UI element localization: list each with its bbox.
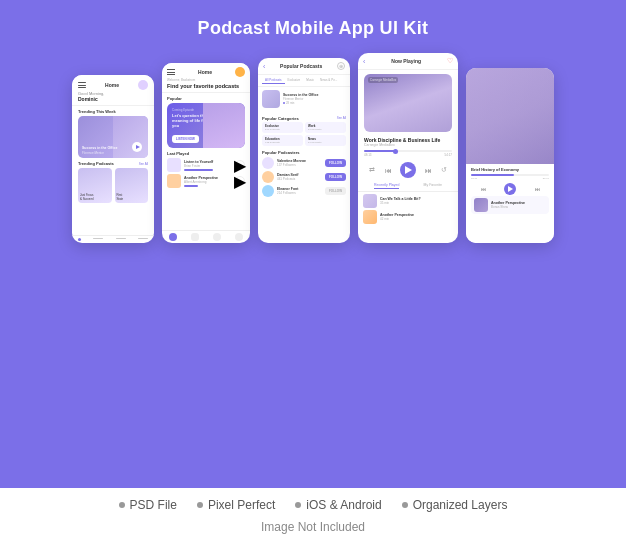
p4-cover: Carnegie MediaBox: [364, 74, 452, 132]
p4-tab-recently-played[interactable]: Recently Played: [374, 183, 399, 189]
p2-lp-info-1: Listen to Yourself Brian Foster: [184, 160, 232, 171]
p3-podcasters-label: Popular Podcasters: [262, 150, 346, 155]
p3-cat-exclusive[interactable]: Exclusive 571 podcasts: [262, 122, 303, 133]
p4-recent: Can We Talk a Little Bit? 35 min Another…: [358, 192, 458, 228]
p4-recent-sub-1: 35 min: [380, 201, 453, 205]
feature-psd: PSD File: [119, 498, 177, 512]
p1-play-button[interactable]: [132, 142, 142, 152]
p2-last-played: Last Played Listen to Yourself Brian Fos…: [162, 148, 250, 192]
p2-menu-icon[interactable]: [167, 69, 175, 75]
p1-nav-library[interactable]: [116, 238, 126, 241]
p4-back-button[interactable]: ‹: [363, 58, 365, 65]
feature-pixel: Pixel Perfect: [197, 498, 275, 512]
p4-tab-my-favorite[interactable]: My Favorite: [424, 183, 442, 189]
p3-cat-count-news: 57 podcasts: [308, 141, 343, 144]
p2-fc-image: [203, 103, 245, 148]
p1-podcast-label-1: Just Focus& Succeed: [80, 194, 94, 201]
p2-avatar: [235, 67, 245, 77]
p4-shuffle-button[interactable]: ⇄: [368, 166, 376, 174]
p5-play-button[interactable]: [504, 183, 516, 195]
p3-podcaster-info-2: Damian Serif 441 Podcasts: [277, 173, 322, 181]
feature-pixel-dot: [197, 502, 203, 508]
p4-next-button[interactable]: ⏭: [424, 166, 432, 174]
p3-cat-education[interactable]: Education 138 podcasts: [262, 135, 303, 146]
p3-back-button[interactable]: ‹: [263, 63, 265, 70]
phone-4-screen: ‹ Now Playing ♡ Carnegie MediaBox Work D…: [358, 53, 458, 243]
p2-lp-play-1[interactable]: ▶: [235, 160, 245, 170]
p4-progress-bar[interactable]: [364, 150, 452, 152]
p2-header: Home Welcome, Backstrom Find your favori…: [162, 63, 250, 93]
p2-lp-item-2[interactable]: Another Perspective Albert Armstrong ▶: [167, 174, 245, 188]
p1-podcast-label-2: RestState: [117, 194, 124, 201]
phone-2: Home Welcome, Backstrom Find your favori…: [162, 63, 250, 243]
p2-lp-play-2[interactable]: ▶: [235, 176, 245, 186]
p1-menu-icon[interactable]: [78, 82, 86, 88]
p1-header: Home Good Morning, Dominic: [72, 75, 154, 106]
p5-bottom-panel: Brief History of Economy 32:14 54:11 ⏮: [466, 164, 554, 243]
p4-heart-icon[interactable]: ♡: [447, 57, 453, 65]
p2-breadcrumb: Welcome, Backstrom: [167, 78, 245, 82]
p1-nav-profile[interactable]: [138, 238, 148, 241]
phone-3-screen: ‹ Popular Podcasts ⊕ All Podcasts Exclus…: [258, 58, 350, 243]
p4-screen-title: Now Playing: [368, 58, 444, 64]
p4-tabs: Recently Played My Favorite: [358, 181, 458, 192]
p3-cat-news[interactable]: News 57 podcasts: [305, 135, 346, 146]
p4-recent-thumb-1: [363, 194, 377, 208]
p1-screen-label: Home: [105, 82, 119, 88]
p4-prev-button[interactable]: ⏮: [384, 166, 392, 174]
p4-progress-fill: [364, 150, 395, 152]
p5-next-button[interactable]: ⏭: [534, 186, 540, 192]
p5-progress-bar[interactable]: [471, 174, 549, 176]
feature-layers-dot: [402, 502, 408, 508]
p1-podcast-card-1[interactable]: Just Focus& Succeed: [78, 168, 112, 203]
p1-featured-card[interactable]: Success in the Office Florence Mentor: [78, 116, 148, 158]
p3-cat-see-all[interactable]: See All: [337, 116, 346, 121]
p3-podcaster-info-3: Eleanor Font 214 Followers: [277, 187, 322, 195]
p2-nav-profile[interactable]: [235, 233, 243, 241]
p5-next-up-card[interactable]: Another Perspective Bonus Show: [471, 196, 549, 214]
p1-avatar: [138, 80, 148, 90]
p3-follow-btn-1[interactable]: FOLLOW: [325, 159, 346, 167]
p2-nav-library[interactable]: [213, 233, 221, 241]
p2-lp-item-1[interactable]: Listen to Yourself Brian Foster ▶: [167, 158, 245, 172]
p4-controls: ⇄ ⏮ ⏭ ↺: [358, 159, 458, 181]
p3-follow-btn-2[interactable]: FOLLOW: [325, 173, 346, 181]
p3-tab-news[interactable]: News & Po...: [317, 77, 340, 84]
p3-tab-exclusive[interactable]: Exclusive: [285, 77, 304, 84]
p1-nav-search[interactable]: [93, 238, 103, 241]
p3-search-button[interactable]: ⊕: [337, 62, 345, 70]
p3-tab-music[interactable]: Music: [303, 77, 317, 84]
p4-recent-item-2[interactable]: Another Perspective 42 min: [363, 210, 453, 224]
p4-header: ‹ Now Playing ♡: [358, 53, 458, 70]
p3-featured-item-1[interactable]: Success in the Office Florence Mentor 28…: [262, 90, 346, 108]
p3-tab-all[interactable]: All Podcasts: [262, 77, 285, 84]
p3-cat-grid: Exclusive 571 podcasts Work 57 podcasts …: [262, 122, 346, 146]
top-section: Podcast Mobile App UI Kit Home Good Morn…: [0, 0, 626, 488]
p3-cat-count-education: 138 podcasts: [265, 141, 300, 144]
p5-prev-button[interactable]: ⏮: [480, 186, 486, 192]
p4-play-icon: [405, 166, 412, 174]
p1-nav-home[interactable]: [78, 238, 81, 241]
p4-recent-thumb-2: [363, 210, 377, 224]
p4-recent-item-1[interactable]: Can We Talk a Little Bit? 35 min: [363, 194, 453, 208]
p2-lp-thumb-2: [167, 174, 181, 188]
p1-see-all[interactable]: See All: [139, 162, 148, 166]
p1-podcast-card-2[interactable]: RestState: [115, 168, 149, 203]
p3-tabs: All Podcasts Exclusive Music News & Po..…: [258, 75, 350, 87]
p2-lp-thumb-1: [167, 158, 181, 172]
p2-featured-card[interactable]: Coming Episode Let's question the meanin…: [167, 103, 245, 148]
p4-repeat-button[interactable]: ↺: [440, 166, 448, 174]
disclaimer-text: Image Not Included: [261, 520, 365, 534]
p2-lp-progress-2: [184, 185, 198, 187]
p3-categories: Popular Categories See All Exclusive 571…: [258, 114, 350, 148]
p3-follow-btn-3[interactable]: FOLLOW: [325, 187, 346, 195]
p3-cat-work[interactable]: Work 57 podcasts: [305, 122, 346, 133]
p4-play-button[interactable]: [400, 162, 416, 178]
p2-nav-search[interactable]: [191, 233, 199, 241]
p4-progress: 48:13 54:17: [358, 148, 458, 159]
p3-featured-thumb-1: [262, 90, 280, 108]
p4-progress-thumb: [393, 149, 398, 154]
p2-listen-btn[interactable]: LISTEN NOW: [172, 135, 199, 143]
p2-nav-home[interactable]: [169, 233, 177, 241]
p5-blur-overlay: [466, 68, 554, 164]
